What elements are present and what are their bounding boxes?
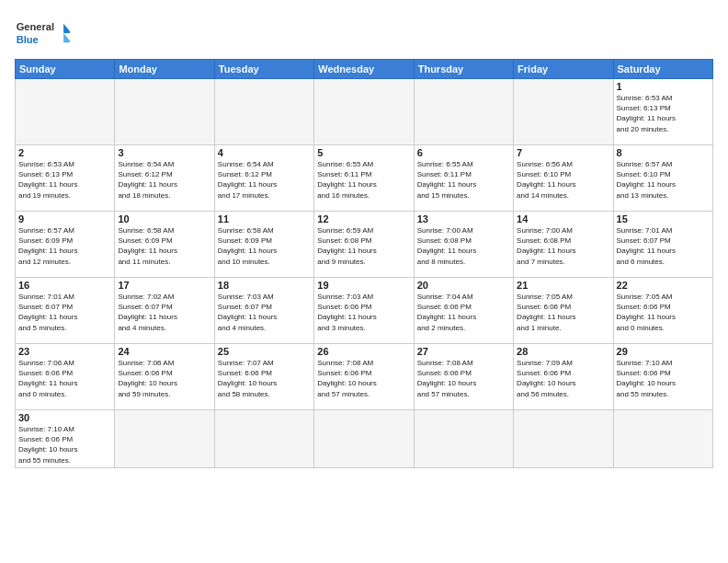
header: General Blue [15,15,713,52]
calendar-week-row: 9Sunrise: 6:57 AMSunset: 6:09 PMDaylight… [16,212,713,278]
calendar-cell: 5Sunrise: 6:55 AMSunset: 6:11 PMDaylight… [314,145,414,212]
day-info: Sunrise: 7:10 AMSunset: 6:06 PMDaylight:… [18,424,111,465]
logo: General Blue [15,15,70,52]
calendar-cell: 15Sunrise: 7:01 AMSunset: 6:07 PMDayligh… [613,212,712,278]
day-number: 30 [18,412,111,423]
day-info: Sunrise: 6:57 AMSunset: 6:09 PMDaylight:… [18,225,111,267]
day-number: 25 [218,346,311,357]
calendar-cell: 19Sunrise: 7:03 AMSunset: 6:06 PMDayligh… [314,278,414,344]
day-number: 2 [18,147,111,158]
calendar-cell [314,410,414,468]
day-number: 14 [517,213,609,224]
day-info: Sunrise: 6:58 AMSunset: 6:09 PMDaylight:… [118,225,210,267]
day-info: Sunrise: 6:56 AMSunset: 6:10 PMDaylight:… [517,159,609,201]
calendar-cell: 28Sunrise: 7:09 AMSunset: 6:06 PMDayligh… [514,344,613,410]
calendar-cell: 27Sunrise: 7:08 AMSunset: 6:06 PMDayligh… [414,344,513,410]
day-number: 15 [617,213,710,224]
day-info: Sunrise: 6:55 AMSunset: 6:11 PMDaylight:… [417,159,510,201]
calendar-cell [414,79,513,145]
calendar-cell [514,410,613,468]
day-info: Sunrise: 6:57 AMSunset: 6:10 PMDaylight:… [617,159,710,201]
day-info: Sunrise: 6:53 AMSunset: 6:13 PMDaylight:… [18,159,111,201]
day-number: 9 [18,213,111,224]
svg-text:General: General [17,21,54,32]
calendar-cell: 9Sunrise: 6:57 AMSunset: 6:09 PMDaylight… [16,212,115,278]
calendar-week-row: 1Sunrise: 6:53 AMSunset: 6:13 PMDaylight… [16,79,713,145]
day-number: 29 [617,346,710,357]
calendar-week-row: 23Sunrise: 7:06 AMSunset: 6:06 PMDayligh… [16,344,713,410]
day-info: Sunrise: 7:06 AMSunset: 6:06 PMDaylight:… [18,358,111,399]
calendar-cell: 26Sunrise: 7:08 AMSunset: 6:06 PMDayligh… [314,344,414,410]
day-number: 28 [517,346,609,357]
day-number: 16 [18,280,111,291]
day-info: Sunrise: 6:54 AMSunset: 6:12 PMDaylight:… [118,159,210,201]
weekday-header-sunday: Sunday [16,60,115,79]
calendar-cell: 10Sunrise: 6:58 AMSunset: 6:09 PMDayligh… [115,212,214,278]
day-number: 21 [517,280,609,291]
day-number: 20 [417,280,510,291]
calendar-cell [514,79,613,145]
calendar-cell: 13Sunrise: 7:00 AMSunset: 6:08 PMDayligh… [414,212,513,278]
day-info: Sunrise: 7:09 AMSunset: 6:06 PMDaylight:… [517,358,609,399]
day-info: Sunrise: 7:05 AMSunset: 6:06 PMDaylight:… [617,292,710,333]
day-number: 17 [118,280,210,291]
calendar-cell: 20Sunrise: 7:04 AMSunset: 6:06 PMDayligh… [414,278,513,344]
calendar-cell: 29Sunrise: 7:10 AMSunset: 6:06 PMDayligh… [613,344,712,410]
calendar-cell: 18Sunrise: 7:03 AMSunset: 6:07 PMDayligh… [214,278,313,344]
calendar-week-row: 16Sunrise: 7:01 AMSunset: 6:07 PMDayligh… [16,278,713,344]
calendar-cell: 30Sunrise: 7:10 AMSunset: 6:06 PMDayligh… [16,410,115,468]
page: General Blue SundayMondayTuesdayWednesda… [0,0,728,563]
calendar-cell [414,410,513,468]
weekday-header-monday: Monday [115,60,214,79]
day-number: 26 [317,346,410,357]
day-info: Sunrise: 6:54 AMSunset: 6:12 PMDaylight:… [218,159,311,201]
day-info: Sunrise: 7:01 AMSunset: 6:07 PMDaylight:… [18,292,111,333]
day-number: 27 [417,346,510,357]
day-info: Sunrise: 7:08 AMSunset: 6:06 PMDaylight:… [417,358,510,399]
day-info: Sunrise: 7:10 AMSunset: 6:06 PMDaylight:… [617,358,710,399]
svg-marker-3 [63,33,70,42]
calendar-cell [16,79,115,145]
day-info: Sunrise: 6:59 AMSunset: 6:08 PMDaylight:… [317,225,410,267]
calendar-cell [115,410,214,468]
day-number: 18 [218,280,311,291]
day-number: 3 [118,147,210,158]
calendar-cell [115,79,214,145]
day-number: 5 [317,147,410,158]
day-info: Sunrise: 7:04 AMSunset: 6:06 PMDaylight:… [417,292,510,333]
weekday-header-thursday: Thursday [414,60,513,79]
day-number: 22 [617,280,710,291]
calendar-cell [314,79,414,145]
weekday-header-friday: Friday [514,60,613,79]
calendar-week-row: 30Sunrise: 7:10 AMSunset: 6:06 PMDayligh… [16,410,713,468]
calendar-table: SundayMondayTuesdayWednesdayThursdayFrid… [15,59,713,468]
day-info: Sunrise: 7:07 AMSunset: 6:06 PMDaylight:… [218,358,311,399]
day-number: 7 [517,147,609,158]
day-info: Sunrise: 7:03 AMSunset: 6:06 PMDaylight:… [317,292,410,333]
day-number: 12 [317,213,410,224]
day-info: Sunrise: 6:55 AMSunset: 6:11 PMDaylight:… [317,159,410,201]
calendar-cell: 24Sunrise: 7:06 AMSunset: 6:06 PMDayligh… [115,344,214,410]
day-number: 4 [218,147,311,158]
day-info: Sunrise: 7:08 AMSunset: 6:06 PMDaylight:… [317,358,410,399]
calendar-cell: 2Sunrise: 6:53 AMSunset: 6:13 PMDaylight… [16,145,115,212]
svg-text:Blue: Blue [17,34,39,45]
weekday-header-tuesday: Tuesday [214,60,313,79]
day-info: Sunrise: 7:06 AMSunset: 6:06 PMDaylight:… [118,358,210,399]
calendar-header-row: SundayMondayTuesdayWednesdayThursdayFrid… [16,60,713,79]
calendar-cell [214,410,313,468]
calendar-cell: 4Sunrise: 6:54 AMSunset: 6:12 PMDaylight… [214,145,313,212]
day-info: Sunrise: 6:53 AMSunset: 6:13 PMDaylight:… [617,93,710,134]
day-info: Sunrise: 7:00 AMSunset: 6:08 PMDaylight:… [517,225,609,267]
svg-marker-2 [63,24,70,33]
day-number: 1 [617,81,710,92]
calendar-cell: 22Sunrise: 7:05 AMSunset: 6:06 PMDayligh… [613,278,712,344]
day-number: 13 [417,213,510,224]
calendar-cell [613,410,712,468]
calendar-cell: 11Sunrise: 6:58 AMSunset: 6:09 PMDayligh… [214,212,313,278]
calendar-cell: 1Sunrise: 6:53 AMSunset: 6:13 PMDaylight… [613,79,712,145]
day-number: 10 [118,213,210,224]
calendar-cell: 8Sunrise: 6:57 AMSunset: 6:10 PMDaylight… [613,145,712,212]
calendar-cell: 3Sunrise: 6:54 AMSunset: 6:12 PMDaylight… [115,145,214,212]
weekday-header-saturday: Saturday [613,60,712,79]
